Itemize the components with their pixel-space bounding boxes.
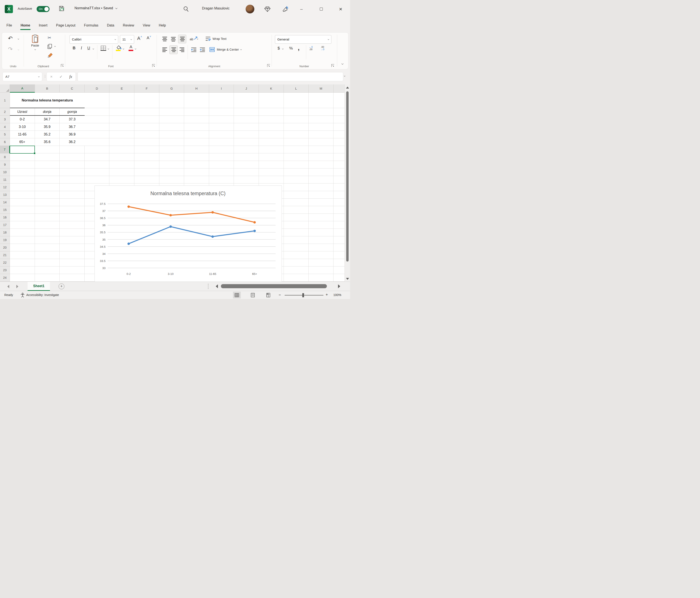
font-size-combo[interactable]: 11 (120, 35, 134, 44)
row-header-23[interactable]: 23 (0, 266, 10, 274)
row-header-6[interactable]: 6 (0, 138, 10, 146)
megaphone-icon[interactable] (282, 5, 289, 13)
menu-tab-formulas[interactable]: Formulas (83, 22, 99, 29)
table-cell[interactable]: 34.7 (35, 116, 60, 123)
maximize-button[interactable] (317, 4, 326, 14)
percent-style-button[interactable]: % (289, 46, 293, 51)
name-box[interactable]: A7 (3, 72, 42, 81)
select-all-corner[interactable] (0, 85, 10, 93)
cut-button[interactable]: ✂ (48, 35, 51, 40)
new-sheet-button[interactable]: + (58, 284, 65, 289)
accessibility-status[interactable]: Accessibility: Investigate (26, 293, 59, 296)
status-mode[interactable]: Ready (4, 293, 13, 296)
column-header-I[interactable]: I (209, 85, 234, 93)
fill-handle[interactable] (33, 152, 35, 154)
page-break-view-button[interactable] (265, 292, 272, 298)
table-cell[interactable]: 36.9 (60, 131, 84, 138)
row-header-19[interactable]: 19 (0, 236, 10, 244)
scroll-up-arrow[interactable] (346, 87, 349, 89)
prev-sheet-arrow[interactable] (7, 285, 9, 288)
format-painter-icon[interactable] (47, 52, 53, 58)
grid-row-9[interactable] (10, 161, 345, 168)
row-header-9[interactable]: 9 (0, 161, 10, 168)
zoom-level[interactable]: 100% (333, 293, 341, 296)
page-layout-view-button[interactable] (249, 292, 257, 298)
grow-font-button[interactable]: A˄ (137, 35, 142, 41)
row-header-10[interactable]: 10 (0, 168, 10, 176)
align-top-icon[interactable] (162, 36, 168, 42)
row-header-14[interactable]: 14 (0, 199, 10, 206)
autosave-toggle[interactable]: On (36, 6, 50, 12)
row-header-16[interactable]: 16 (0, 214, 10, 221)
user-name[interactable]: Dragan Masulovic (202, 6, 229, 10)
cancel-icon[interactable]: × (50, 74, 53, 79)
menu-tab-review[interactable]: Review (123, 22, 134, 29)
vertical-scroll-thumb[interactable] (346, 91, 349, 262)
paste-button[interactable]: Paste (27, 34, 43, 51)
menu-tab-data[interactable]: Data (106, 22, 115, 29)
column-header-G[interactable]: G (159, 85, 184, 93)
copy-menu-chevron[interactable] (54, 45, 56, 47)
row-header-21[interactable]: 21 (0, 252, 10, 259)
table-cell[interactable]: 35.2 (35, 131, 60, 138)
scroll-down-arrow[interactable] (346, 278, 349, 280)
sheet-tab-active[interactable]: Sheet1 (28, 282, 50, 291)
row-header-15[interactable]: 15 (0, 206, 10, 214)
column-header-L[interactable]: L (284, 85, 309, 93)
table-header-cell[interactable]: Uzrast (10, 108, 35, 115)
table-cell[interactable]: 36.2 (60, 138, 84, 146)
search-icon[interactable] (183, 6, 189, 12)
copy-icon[interactable] (47, 44, 53, 49)
row-header-1[interactable]: 1 (0, 93, 10, 108)
alignment-dialog-launcher[interactable]: ↘ (267, 64, 271, 68)
table-header-cell[interactable]: gornja (60, 108, 84, 115)
accounting-format-button[interactable]: $ (278, 46, 280, 51)
table-cell[interactable]: 37.3 (60, 116, 84, 123)
decrease-decimal-button[interactable]: .00 →0 (321, 46, 324, 51)
shrink-font-button[interactable]: A˅ (147, 35, 151, 40)
number-dialog-launcher[interactable]: ↘ (331, 64, 334, 68)
grid-row-7[interactable] (10, 146, 345, 153)
grid-row-11[interactable] (10, 176, 345, 184)
borders-menu-chevron[interactable] (108, 48, 109, 50)
table-title-cell[interactable]: Normalna telesna temperatura (10, 93, 84, 108)
decrease-indent-icon[interactable] (191, 47, 197, 53)
column-header-A[interactable]: A (10, 85, 35, 93)
close-button[interactable]: × (336, 4, 345, 14)
comma-style-button[interactable]: , (298, 44, 300, 51)
avatar[interactable] (246, 4, 254, 14)
zoom-slider-thumb[interactable] (302, 293, 304, 297)
column-header-B[interactable]: B (35, 85, 60, 93)
menu-tab-file[interactable]: File (6, 22, 12, 29)
undo-button[interactable]: ↶ (8, 35, 13, 42)
row-header-17[interactable]: 17 (0, 221, 10, 229)
scrollbar-resize-handle[interactable] (208, 284, 209, 289)
grid-row-8[interactable] (10, 153, 345, 161)
menu-tab-page-layout[interactable]: Page Layout (55, 22, 76, 29)
increase-indent-icon[interactable] (199, 47, 206, 53)
hscroll-left-arrow[interactable] (216, 284, 218, 288)
horizontal-scroll-thumb[interactable] (221, 284, 327, 288)
fill-color-chevron[interactable] (123, 48, 124, 50)
align-bottom-button-selected[interactable] (178, 35, 186, 43)
font-color-button[interactable]: A (128, 45, 134, 49)
bold-button[interactable]: B (71, 46, 77, 50)
font-dialog-launcher[interactable]: ↘ (152, 64, 155, 68)
table-cell[interactable]: 0-2 (10, 116, 35, 123)
column-header-J[interactable]: J (234, 85, 259, 93)
row-header-5[interactable]: 5 (0, 131, 10, 138)
vertical-scrollbar[interactable] (345, 85, 350, 282)
row-header-2[interactable]: 2 (0, 108, 10, 116)
enter-icon[interactable]: ✓ (59, 74, 62, 79)
column-header-H[interactable]: H (184, 85, 209, 93)
underline-button[interactable]: U (86, 46, 92, 50)
row-header-8[interactable]: 8 (0, 153, 10, 161)
diamond-icon[interactable] (264, 6, 271, 13)
wrap-text-button[interactable]: Wrap Text (205, 36, 226, 42)
clipboard-dialog-launcher[interactable]: ↘ (60, 64, 64, 68)
save-sync-icon[interactable] (58, 6, 65, 13)
column-header-F[interactable]: F (134, 85, 159, 93)
table-cell[interactable]: 35.6 (35, 138, 60, 146)
column-header-M[interactable]: M (308, 85, 333, 93)
increase-decimal-button[interactable]: ←0 .00 (309, 46, 312, 51)
